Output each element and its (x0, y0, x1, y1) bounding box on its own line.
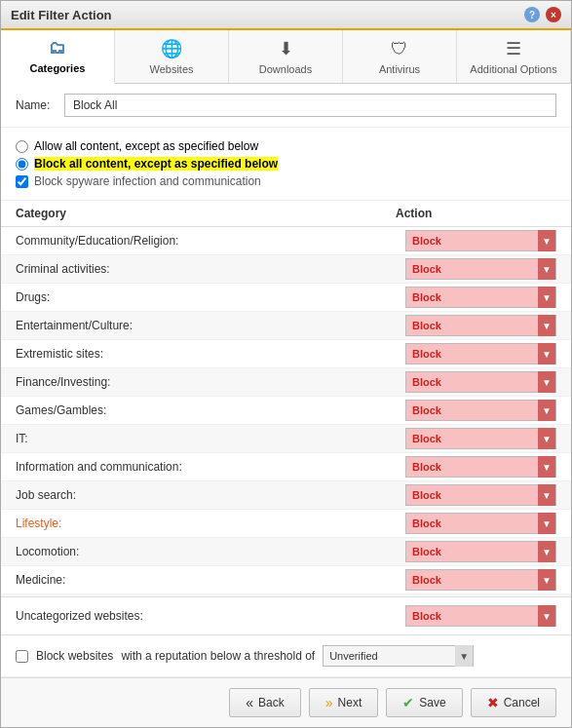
action-select[interactable]: Block▼ (405, 513, 556, 534)
action-select-arrow[interactable]: ▼ (538, 456, 555, 478)
back-label: Back (258, 696, 285, 709)
table-row: IT:Block▼ (1, 425, 571, 453)
category-name: Job search: (16, 488, 405, 502)
title-bar: Edit Filter Action ? × (1, 1, 571, 30)
action-select-text: Block (406, 404, 538, 416)
table-row: Entertainment/Culture:Block▼ (1, 312, 571, 340)
action-select-arrow[interactable]: ▼ (538, 428, 555, 449)
window-title: Edit Filter Action (11, 8, 112, 22)
spyware-label: Block spyware infection and communicatio… (34, 174, 261, 188)
action-select-arrow[interactable]: ▼ (538, 371, 555, 393)
action-select[interactable]: Block▼ (405, 315, 556, 336)
uncategorized-action-arrow[interactable]: ▼ (538, 605, 555, 627)
save-button[interactable]: ✔ Save (386, 688, 462, 717)
table-row: Medicine:Block▼ (1, 566, 571, 594)
action-select-text: Block (406, 291, 538, 303)
action-select-text: Block (406, 489, 538, 501)
action-select[interactable]: Block▼ (405, 569, 556, 591)
action-select[interactable]: Block▼ (405, 287, 556, 308)
name-input[interactable] (64, 94, 556, 117)
action-select-text: Block (406, 348, 538, 360)
reputation-select-text: Unverified (324, 650, 455, 662)
save-label: Save (419, 696, 445, 709)
block-radio[interactable] (16, 158, 28, 171)
col-category: Category (16, 207, 396, 220)
help-icon[interactable]: ? (524, 7, 540, 22)
allow-radio[interactable] (16, 140, 28, 153)
action-select-arrow[interactable]: ▼ (538, 287, 555, 308)
action-select[interactable]: Block▼ (405, 230, 556, 251)
category-name: Lifestyle: (16, 517, 405, 530)
tab-websites[interactable]: 🌐 Websites (115, 30, 229, 83)
close-icon[interactable]: × (546, 7, 561, 22)
tab-categories[interactable]: 🗂 Categories (1, 30, 115, 84)
uncategorized-action-select[interactable]: Block ▼ (405, 605, 556, 627)
block-radio-row: Block all content, except as specified b… (16, 157, 556, 171)
categories-icon: 🗂 (49, 38, 66, 58)
action-select-arrow[interactable]: ▼ (538, 258, 555, 280)
action-select-text: Block (406, 517, 538, 529)
action-select[interactable]: Block▼ (405, 456, 556, 478)
table-row: Information and communication:Block▼ (1, 453, 571, 481)
uncategorized-section: Uncategorized websites: Block ▼ (1, 597, 571, 635)
action-select-arrow[interactable]: ▼ (538, 343, 555, 364)
tab-bar: 🗂 Categories 🌐 Websites ⬇ Downloads 🛡 An… (1, 30, 571, 84)
col-action: Action (396, 207, 556, 220)
next-icon: » (325, 695, 333, 710)
reputation-select[interactable]: Unverified ▼ (323, 645, 474, 667)
action-select[interactable]: Block▼ (405, 484, 556, 506)
reputation-select-arrow[interactable]: ▼ (455, 645, 473, 667)
action-select-text: Block (406, 263, 538, 275)
category-header: Category Action (1, 201, 571, 227)
policy-section: Allow all content, except as specified b… (1, 128, 571, 201)
table-row: Finance/Investing:Block▼ (1, 368, 571, 397)
category-list-inner: Community/Education/Religion:Block▼Crimi… (1, 227, 571, 597)
category-name: Extremistic sites: (16, 347, 405, 361)
category-name: Finance/Investing: (16, 375, 405, 389)
downloads-icon: ⬇ (279, 38, 293, 59)
spyware-row: Block spyware infection and communicatio… (16, 174, 556, 188)
cancel-label: Cancel (504, 696, 540, 709)
tab-antivirus[interactable]: 🛡 Antivirus (343, 30, 457, 83)
action-select-text: Block (406, 235, 538, 247)
action-select-text: Block (406, 574, 538, 586)
block-label: Block all content, except as specified b… (34, 157, 278, 171)
category-name: Games/Gambles: (16, 403, 405, 417)
action-select-arrow[interactable]: ▼ (538, 400, 555, 421)
cancel-icon: ✖ (487, 695, 499, 710)
table-row: Drugs:Block▼ (1, 284, 571, 312)
uncategorized-action-text: Block (406, 610, 538, 622)
action-select[interactable]: Block▼ (405, 541, 556, 562)
table-row: Locomotion:Block▼ (1, 538, 571, 566)
action-select-arrow[interactable]: ▼ (538, 315, 555, 336)
action-select-arrow[interactable]: ▼ (538, 484, 555, 506)
websites-icon: 🌐 (161, 38, 182, 59)
table-row: Games/Gambles:Block▼ (1, 397, 571, 425)
spyware-checkbox[interactable] (16, 175, 28, 188)
action-select-text: Block (406, 433, 538, 444)
tab-downloads[interactable]: ⬇ Downloads (229, 30, 343, 83)
action-select-arrow[interactable]: ▼ (538, 513, 555, 534)
back-button[interactable]: « Back (229, 688, 300, 717)
action-select-arrow[interactable]: ▼ (538, 569, 555, 591)
save-icon: ✔ (402, 695, 414, 710)
action-select-arrow[interactable]: ▼ (538, 230, 555, 251)
category-name: Community/Education/Religion: (16, 234, 405, 248)
next-label: Next (338, 696, 362, 709)
action-select[interactable]: Block▼ (405, 400, 556, 421)
additional-options-icon: ☰ (506, 38, 521, 59)
reputation-checkbox-label: Block websites (36, 649, 113, 663)
action-select[interactable]: Block▼ (405, 428, 556, 449)
action-select-arrow[interactable]: ▼ (538, 541, 555, 562)
action-select[interactable]: Block▼ (405, 371, 556, 393)
table-row: Community/Education/Religion:Block▼ (1, 227, 571, 255)
edit-filter-action-window: Edit Filter Action ? × 🗂 Categories 🌐 We… (0, 0, 572, 728)
action-select-text: Block (406, 546, 538, 557)
name-label: Name: (16, 98, 55, 112)
next-button[interactable]: » Next (309, 688, 378, 717)
tab-additional-options[interactable]: ☰ Additional Options (457, 30, 571, 83)
action-select[interactable]: Block▼ (405, 258, 556, 280)
cancel-button[interactable]: ✖ Cancel (471, 688, 556, 717)
action-select[interactable]: Block▼ (405, 343, 556, 364)
reputation-checkbox[interactable] (16, 650, 28, 663)
